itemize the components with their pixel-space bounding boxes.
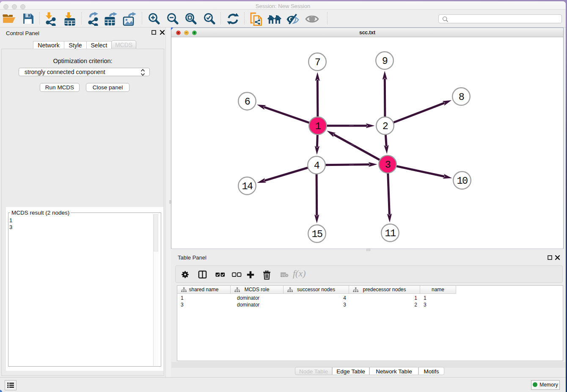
svg-text:6: 6 (245, 96, 250, 108)
svg-text:10: 10 (457, 175, 468, 187)
svg-text:9: 9 (382, 55, 388, 67)
svg-text:11: 11 (385, 228, 396, 239)
svg-text:8: 8 (459, 91, 464, 103)
svg-text:4: 4 (314, 160, 319, 171)
svg-text:14: 14 (242, 181, 253, 192)
svg-text:7: 7 (315, 57, 320, 68)
svg-text:2: 2 (383, 121, 388, 132)
svg-text:15: 15 (311, 229, 322, 240)
svg-text:1: 1 (315, 121, 321, 132)
svg-text:3: 3 (385, 159, 391, 171)
